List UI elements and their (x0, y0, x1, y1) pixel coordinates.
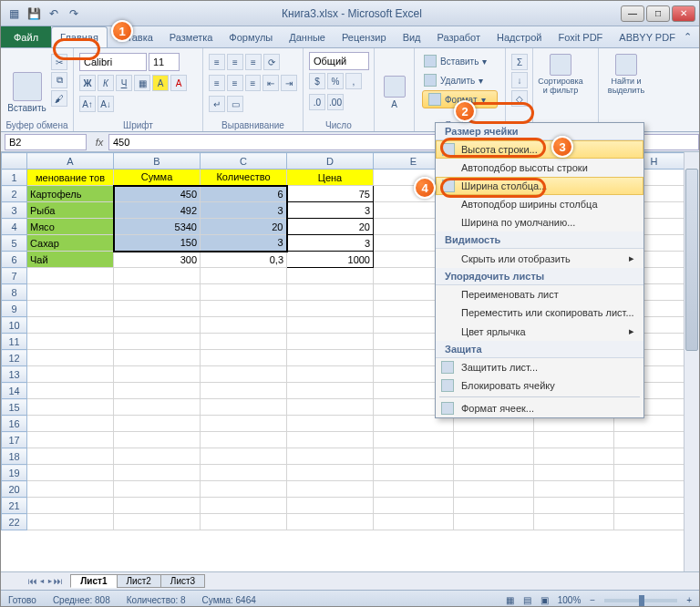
align-bot-icon[interactable]: ≡ (245, 54, 262, 70)
cell[interactable]: 3 (201, 235, 287, 252)
italic-button[interactable]: К (98, 75, 114, 91)
cell[interactable]: 450 (114, 186, 201, 202)
tab-data[interactable]: Данные (281, 26, 334, 47)
wrap-text-icon[interactable]: ↵ (209, 96, 225, 112)
cell[interactable]: Рыба (27, 202, 114, 219)
cell[interactable] (114, 317, 201, 334)
row-header[interactable]: 21 (2, 498, 27, 514)
minimize-button[interactable]: — (621, 5, 644, 22)
cell[interactable] (114, 301, 201, 317)
cell[interactable] (287, 498, 374, 514)
cell[interactable] (114, 465, 201, 481)
tab-abbyy[interactable]: ABBYY PDF (611, 26, 684, 47)
cell[interactable]: Сахар (27, 235, 114, 252)
align-mid-icon[interactable]: ≡ (227, 54, 243, 70)
dec-decimal-icon[interactable]: .00 (327, 94, 344, 110)
tab-home[interactable]: Главная (51, 26, 108, 47)
row-header[interactable]: 20 (2, 481, 27, 498)
cell[interactable] (454, 481, 534, 498)
row-header[interactable]: 5 (2, 235, 27, 252)
cell[interactable] (287, 284, 374, 301)
cell[interactable] (201, 514, 287, 530)
percent-icon[interactable]: % (327, 73, 344, 89)
cell[interactable] (201, 334, 287, 350)
sheet-tab-2[interactable]: Лист2 (117, 574, 161, 588)
row-header[interactable]: 2 (2, 186, 27, 202)
cell[interactable]: Чай (27, 252, 114, 268)
cell[interactable]: 6 (201, 186, 287, 202)
shrink-font-icon[interactable]: A↓ (98, 96, 114, 112)
align-left-icon[interactable]: ≡ (209, 75, 225, 91)
cell[interactable]: менование тов (27, 170, 114, 186)
cell[interactable] (534, 514, 614, 530)
cell[interactable] (614, 465, 695, 481)
number-format-combo[interactable]: Общий (309, 52, 369, 70)
cell[interactable]: 20 (201, 219, 287, 235)
font-color-button[interactable]: A (170, 75, 187, 91)
save-icon[interactable]: 💾 (25, 5, 43, 23)
cell[interactable] (287, 514, 374, 530)
cell[interactable] (454, 514, 534, 530)
cell[interactable] (201, 350, 287, 366)
menu-lock-cell[interactable]: Блокировать ячейку (436, 376, 643, 395)
cell[interactable] (114, 416, 201, 432)
cell[interactable]: 3 (287, 202, 374, 219)
cell[interactable] (114, 514, 201, 530)
currency-icon[interactable]: $ (309, 73, 325, 89)
cell[interactable] (201, 416, 287, 432)
fill-icon[interactable]: ↓ (511, 72, 528, 88)
cell[interactable] (374, 448, 454, 465)
cell[interactable] (114, 350, 201, 366)
cell[interactable] (287, 432, 374, 448)
tab-view[interactable]: Вид (395, 26, 429, 47)
inc-decimal-icon[interactable]: .0 (309, 94, 325, 110)
tab-foxit[interactable]: Foxit PDF (550, 26, 611, 47)
cell[interactable] (114, 268, 201, 284)
cell[interactable] (201, 268, 287, 284)
font-name-combo[interactable]: Calibri (79, 53, 147, 71)
cell[interactable] (27, 465, 114, 481)
cell[interactable] (201, 284, 287, 301)
row-header[interactable]: 22 (2, 514, 27, 530)
row-header[interactable]: 11 (2, 334, 27, 350)
row-header[interactable]: 3 (2, 202, 27, 219)
cell[interactable] (27, 498, 114, 514)
cell[interactable] (614, 514, 695, 530)
row-header[interactable]: 16 (2, 416, 27, 432)
grow-font-icon[interactable]: A↑ (79, 96, 96, 112)
redo-icon[interactable]: ↷ (65, 5, 83, 23)
fx-icon[interactable]: fx (90, 137, 108, 148)
cell[interactable]: 75 (287, 186, 374, 202)
row-header[interactable]: 4 (2, 219, 27, 235)
cell[interactable]: Количество (201, 170, 287, 186)
align-right-icon[interactable]: ≡ (245, 75, 262, 91)
cell[interactable]: 1000 (287, 252, 374, 268)
menu-rename-sheet[interactable]: Переименовать лист (436, 285, 643, 304)
cell[interactable] (201, 481, 287, 498)
cell[interactable]: 3 (287, 235, 374, 252)
row-header[interactable]: 9 (2, 301, 27, 317)
fill-color-button[interactable]: A (152, 75, 169, 91)
name-box[interactable]: B2 (5, 134, 87, 150)
cell[interactable] (287, 465, 374, 481)
cell[interactable] (201, 432, 287, 448)
sort-filter-button[interactable]: Сортировка и фильтр (539, 50, 582, 96)
cell[interactable] (287, 448, 374, 465)
menu-format-cells[interactable]: Формат ячеек... (436, 399, 643, 417)
row-header[interactable]: 14 (2, 383, 27, 399)
cell[interactable]: Сумма (114, 170, 201, 186)
menu-move-copy[interactable]: Переместить или скопировать лист... (436, 304, 643, 322)
cell[interactable] (614, 481, 695, 498)
cell[interactable] (287, 366, 374, 383)
sheet-tab-3[interactable]: Лист3 (160, 574, 205, 588)
cell[interactable] (114, 432, 201, 448)
cell[interactable] (27, 301, 114, 317)
cell[interactable] (114, 366, 201, 383)
comma-icon[interactable]: , (345, 73, 362, 89)
menu-default-width[interactable]: Ширина по умолчанию... (436, 213, 643, 231)
cell[interactable] (374, 432, 454, 448)
zoom-slider[interactable] (604, 599, 677, 602)
vertical-scrollbar[interactable] (684, 152, 699, 571)
cell[interactable] (114, 448, 201, 465)
cell[interactable] (287, 416, 374, 432)
